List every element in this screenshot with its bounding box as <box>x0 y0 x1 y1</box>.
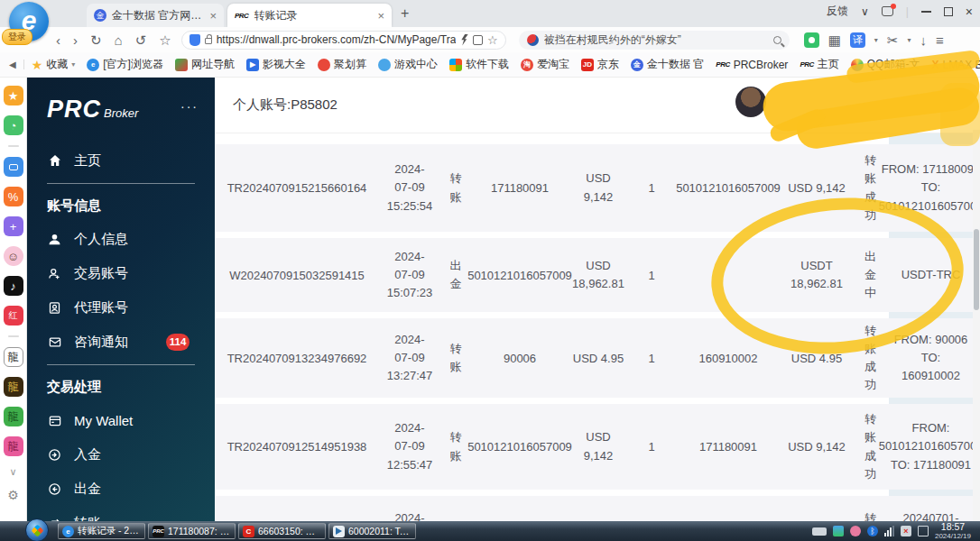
login-badge[interactable]: 登录 <box>2 29 32 45</box>
dragon-gold-game-icon[interactable]: 龍 <box>4 377 23 397</box>
tab-close-icon[interactable]: × <box>209 9 217 23</box>
bookmark-game-center[interactable]: 游戏中心 <box>378 57 438 72</box>
bookmark-nav-site[interactable]: 网址导航 <box>175 57 235 72</box>
bookmark-juhuasuan[interactable]: 聚划算 <box>318 57 366 72</box>
search-box[interactable]: 被挡在村规民约外的“外嫁女” <box>519 31 790 50</box>
sidebar-item-agent-account[interactable]: 代理账号 <box>47 290 215 325</box>
feedback-button[interactable]: 反馈 <box>827 4 848 19</box>
bookmark-jinshi[interactable]: 金金十数据 官 <box>631 57 704 72</box>
bookmark-prcbroker[interactable]: PRCPRCBroker <box>716 59 788 71</box>
dragon-green-game-icon[interactable]: 龍 <box>4 407 23 426</box>
address-bar[interactable]: https://dnwall.prc-brokers.com/zh-CN/MyP… <box>181 31 506 50</box>
tray-avatar-icon[interactable] <box>850 526 861 536</box>
rebate-app-icon[interactable]: % <box>4 187 23 206</box>
feedback-caret-icon[interactable]: ∨ <box>861 5 869 18</box>
forward-button[interactable]: › <box>73 33 78 47</box>
taskbar-item-prc-terminal[interactable]: PRC 171180087: PRC... <box>148 523 236 539</box>
history-button[interactable]: ↺ <box>135 33 147 47</box>
start-button[interactable] <box>25 518 49 541</box>
theme-skin-icon[interactable] <box>882 6 893 16</box>
bookmark-label: 京东 <box>597 57 619 72</box>
dragon-pink-game-icon[interactable]: 龍 <box>4 436 23 456</box>
tray-keyboard-icon[interactable] <box>812 527 827 536</box>
search-suggestion-text[interactable]: 被挡在村规民约外的“外嫁女” <box>544 32 768 48</box>
taskbar-item-browser[interactable]: e 转账记录 - 2345... <box>58 523 145 539</box>
minimize-button[interactable] <box>921 11 931 13</box>
sidebar-menu-dots-icon[interactable]: ··· <box>180 99 199 114</box>
bookmark-qqmail[interactable]: QQ邮箱-文 <box>851 57 920 72</box>
live-avatar-icon[interactable]: ☺ <box>4 246 23 266</box>
page-scrollbar[interactable] <box>973 130 980 537</box>
workspace-app-icon[interactable] <box>4 157 23 177</box>
scissors-caret-icon[interactable]: ▾ <box>907 36 911 44</box>
sidebar-item-wallet[interactable]: My Wallet <box>47 403 215 437</box>
speed-mode-icon[interactable] <box>460 34 468 46</box>
bookmark-favorites[interactable]: ★收藏▾ <box>32 57 76 72</box>
sidebar-item-trade-account[interactable]: 交易账号 <box>47 256 215 290</box>
history-app-icon[interactable]: ◔ <box>4 115 23 135</box>
close-button[interactable]: × <box>966 5 973 19</box>
home-button[interactable]: ⌂ <box>115 33 123 47</box>
favorites-collect-button[interactable]: ☆ <box>159 33 171 47</box>
tray-action-center-icon[interactable] <box>918 526 929 536</box>
browser-side-strip: ★ ◔ % + ☺ ♪ 红 龍 龍 龍 龍 ∨ ⚙ <box>0 78 27 541</box>
bookmark-lmax[interactable]: XLMAX Brok <box>931 59 980 71</box>
strip-settings-gear-icon[interactable]: ⚙ <box>7 488 19 502</box>
bookmarks-collapse-icon[interactable]: ◀ <box>9 60 24 69</box>
play-favicon: ▶ <box>246 59 259 71</box>
bookmark-taobao[interactable]: 淘爱淘宝 <box>521 57 569 72</box>
download-icon[interactable]: ↓ <box>920 33 927 47</box>
url-text[interactable]: https://dnwall.prc-brokers.com/zh-CN/MyP… <box>217 33 456 46</box>
bookmark-movies[interactable]: ▶影视大全 <box>246 57 306 72</box>
tab-jinshi[interactable]: 金 金十数据 官方网站 - 一个交易工 × <box>87 4 224 27</box>
reader-mode-icon[interactable] <box>473 35 483 45</box>
tray-bluetooth-icon[interactable]: ᛒ <box>867 526 878 536</box>
bookmark-jd[interactable]: JD京东 <box>581 57 619 72</box>
sidebar-item-withdraw[interactable]: 出金 <box>47 472 215 506</box>
restore-button[interactable] <box>944 7 953 16</box>
sidebar-item-home[interactable]: 主页 <box>47 143 215 178</box>
tray-network-icon[interactable] <box>884 526 894 536</box>
sidebar-item-deposit[interactable]: 入金 <box>47 437 215 472</box>
table-row[interactable]: TR2024070915215660164 2024- 07-09 15:25:… <box>215 144 973 232</box>
search-icon[interactable] <box>773 36 781 44</box>
table-row[interactable]: TR2024070913234976692 2024- 07-09 13:27:… <box>215 318 973 398</box>
screenshot-scissors-icon[interactable]: ✂ <box>887 33 899 47</box>
tiktok-app-icon[interactable]: ♪ <box>4 276 23 296</box>
bookmark-software[interactable]: 软件下载 <box>449 57 509 72</box>
sidebar-item-notifications[interactable]: 咨询通知 114 <box>47 325 215 359</box>
new-tab-button[interactable]: + <box>401 5 409 22</box>
tab-transfer-records[interactable]: PRC 转账记录 × <box>227 4 392 27</box>
apps-grid-icon[interactable]: ▦ <box>828 33 841 47</box>
browser-logo[interactable]: e 登录 <box>2 2 47 47</box>
scrollbar-thumb[interactable] <box>974 229 979 310</box>
translate-icon[interactable]: 译 <box>850 32 865 48</box>
xiaohongshu-app-icon[interactable]: 红 <box>4 306 23 326</box>
tray-clock[interactable]: 18:57 2024/12/19 <box>935 521 975 540</box>
translate-caret-icon[interactable]: ▾ <box>874 36 878 44</box>
extension-green-icon[interactable] <box>804 32 819 48</box>
bookmark-official-browser[interactable]: e[官方]浏览器 <box>87 57 163 72</box>
reload-button[interactable]: ↻ <box>90 33 102 47</box>
security-shield-icon[interactable] <box>190 34 200 46</box>
bookmark-star-icon[interactable]: ☆ <box>487 33 498 47</box>
taskbar-item-telegram[interactable]: 60002011: Tela... <box>328 523 416 539</box>
tab-close-icon[interactable]: × <box>377 9 384 23</box>
bookmark-prc-home[interactable]: PRC主页 <box>800 57 838 72</box>
user-avatar[interactable] <box>735 87 766 117</box>
favorites-app-icon[interactable]: ★ <box>4 86 23 105</box>
tray-volume-muted-icon[interactable]: × <box>901 526 911 536</box>
menu-hamburger-icon[interactable]: ≡ <box>936 33 944 47</box>
taskbar-item-cwg-terminal[interactable]: C 66603150: CWG... <box>238 523 326 539</box>
dragon-game-icon[interactable]: 龍 <box>4 347 23 367</box>
table-row[interactable]: W2024070915032591415 2024- 07-09 15:07:2… <box>215 238 973 312</box>
games-app-icon[interactable]: + <box>4 216 23 236</box>
strip-chevron-down-icon[interactable]: ∨ <box>9 466 16 478</box>
table-row[interactable]: TR2024070912514951938 2024- 07-09 12:55:… <box>215 404 973 490</box>
back-button[interactable]: ‹ <box>56 33 60 47</box>
tray-qq-icon[interactable] <box>833 526 844 536</box>
withdraw-arrow-icon <box>47 482 62 496</box>
txn-id: W2024070915032591415 <box>215 238 379 312</box>
sidebar-item-profile[interactable]: 个人信息 <box>47 222 215 256</box>
envelope-icon <box>47 335 62 349</box>
